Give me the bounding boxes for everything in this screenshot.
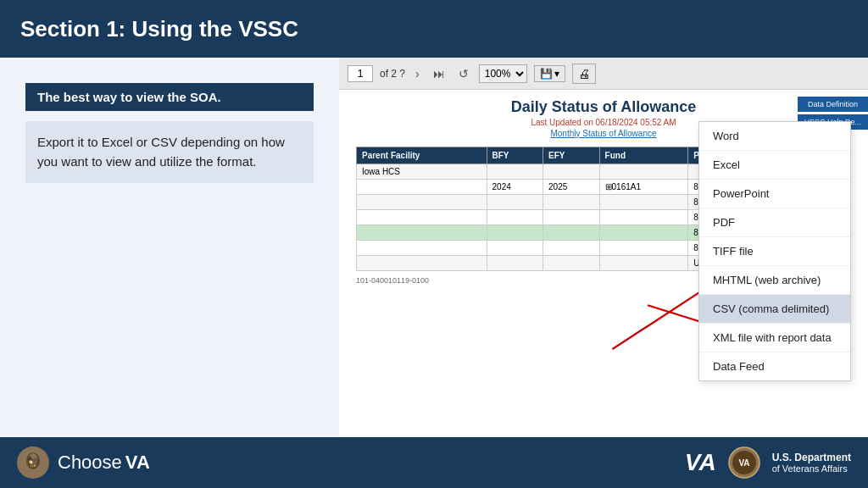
facility-cell: Iowa HCS — [357, 164, 487, 180]
va-text: VA — [125, 452, 150, 474]
col-header-efy: EFY — [543, 147, 600, 164]
dropdown-item-mhtml[interactable]: MHTML (web archive) — [699, 266, 850, 295]
page-header: Section 1: Using the VSSC — [0, 0, 868, 58]
dropdown-item-excel[interactable]: Excel — [699, 151, 850, 180]
dropdown-item-xml[interactable]: XML file with report data — [699, 324, 850, 352]
save-dropdown-icon: ▾ — [554, 68, 559, 80]
dept-line2: of Veterans Affairs — [772, 463, 851, 474]
description-text: Export it to Excel or CSV depending on h… — [37, 135, 285, 169]
col-header-fund: Fund — [599, 147, 688, 164]
last-page-button[interactable]: ⏭ — [430, 65, 448, 82]
choose-text: Choose — [58, 452, 122, 474]
svg-text:🦅: 🦅 — [27, 455, 40, 468]
footer-left: 🦅 Choose VA — [17, 446, 150, 479]
page-title: Section 1: Using the VSSC — [20, 16, 298, 42]
footer-right: VA VA U.S. Department of Veterans Affair… — [685, 446, 851, 479]
next-page-button[interactable]: › — [412, 65, 423, 82]
col-header-bfy: BFY — [487, 147, 543, 164]
document-title: Daily Status of Allowance — [356, 98, 851, 116]
save-icon: 💾 — [540, 68, 553, 80]
eagle-seal-icon: 🦅 — [17, 446, 49, 479]
pdf-viewer: 1 of 2 ? › ⏭ ↺ 100% 75% 125% 150% 💾 ▾ 🖨 … — [339, 58, 868, 437]
data-definition-button[interactable]: Data Definition — [798, 97, 868, 112]
dropdown-item-datafeed[interactable]: Data Feed — [699, 352, 850, 380]
refresh-button[interactable]: ↺ — [455, 65, 472, 82]
page-footer: 🦅 Choose VA VA VA U.S. Department of Vet… — [0, 437, 868, 488]
dropdown-item-tiff[interactable]: TIFF file — [699, 237, 850, 266]
dept-info: U.S. Department of Veterans Affairs — [772, 452, 851, 474]
total-pages: of 2 ? — [380, 68, 405, 80]
dropdown-item-powerpoint[interactable]: PowerPoint — [699, 180, 850, 208]
print-button[interactable]: 🖨 — [572, 64, 596, 84]
dropdown-item-csv[interactable]: CSV (comma delimited) — [699, 295, 850, 324]
va-logo: VA — [685, 449, 716, 476]
left-panel: The best way to view the SOA. Export it … — [0, 58, 339, 437]
highlight-text: The best way to view the SOA. — [37, 90, 221, 104]
highlight-box: The best way to view the SOA. — [25, 83, 314, 111]
description-box: Export it to Excel or CSV depending on h… — [25, 121, 314, 183]
main-content: The best way to view the SOA. Export it … — [0, 58, 868, 437]
svg-text:VA: VA — [738, 458, 749, 468]
va-seal-icon: VA — [728, 446, 760, 479]
dropdown-item-pdf[interactable]: PDF — [699, 208, 850, 237]
dept-line1: U.S. Department — [772, 452, 851, 463]
export-dropdown: Word Excel PowerPoint PDF TIFF file MHTM… — [698, 121, 851, 381]
save-button[interactable]: 💾 ▾ — [534, 65, 565, 82]
pdf-toolbar: 1 of 2 ? › ⏭ ↺ 100% 75% 125% 150% 💾 ▾ 🖨 — [339, 58, 868, 90]
dropdown-item-word[interactable]: Word — [699, 122, 850, 151]
col-header-facility: Parent Facility — [357, 147, 487, 164]
choose-va-logo: Choose VA — [58, 452, 150, 474]
zoom-select[interactable]: 100% 75% 125% 150% — [479, 64, 527, 83]
page-number-input[interactable]: 1 — [348, 65, 373, 82]
